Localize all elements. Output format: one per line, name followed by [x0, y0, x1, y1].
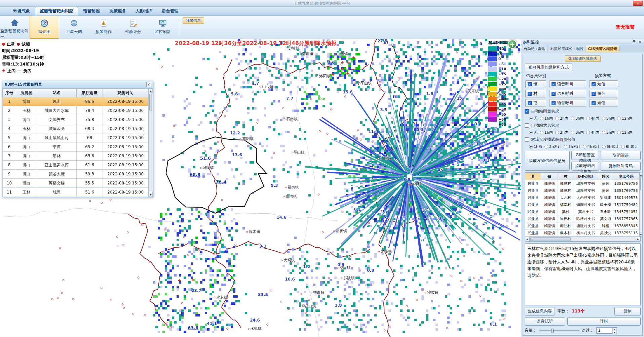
radio-option[interactable]: 6h累计	[621, 144, 638, 149]
slider-thumb[interactable]	[551, 329, 554, 333]
voice-call-button[interactable]: ✓语音呼叫	[549, 90, 586, 97]
menu-item[interactable]: 后台管理	[157, 7, 183, 15]
voice-preview-button[interactable]: 语音试听	[525, 317, 565, 326]
radio-option[interactable]: 4h内	[586, 116, 599, 121]
spin-down-icon[interactable]: ▼	[612, 331, 617, 334]
copy-message-button[interactable]: 复制	[614, 307, 641, 315]
rain-table-row[interactable]: 1博白凤山86.62022-08-19 15:00	[3, 97, 148, 106]
rain-table-row[interactable]: 2玉林城隍大西水库78.42022-08-19 15:00	[3, 106, 148, 115]
members-row[interactable]: 兴业县城隍镇枫木村枫木村支书吴以悦1373755115	[525, 229, 639, 237]
extract-call-members-button[interactable]: 提取呼叫的信息员	[571, 162, 599, 171]
radio-option[interactable]: 3h内	[571, 130, 584, 135]
sms-button[interactable]: ✓短信	[589, 90, 618, 97]
generate-message-button[interactable]: 生成信息内容	[525, 307, 555, 315]
radar-map[interactable]: 2022-08-19 12时36分至2022-08-19 12时46分累积降水预…	[0, 39, 521, 337]
toolbar-button[interactable]: 监测预警靶向叫应	[0, 16, 30, 39]
radio-option[interactable]: 3h内	[571, 116, 584, 121]
members-row[interactable]: 兴业县城隍镇莫村莫村支书覃金乾1345754051	[525, 208, 639, 215]
copy-call-number-button[interactable]: 复制呼叫号码	[601, 162, 641, 171]
panel-close-icon[interactable]: ✕	[638, 40, 642, 44]
menu-item[interactable]: 环境气象	[9, 7, 34, 15]
radio-option[interactable]: 5h内	[602, 130, 615, 135]
sms-button[interactable]: ✓短信	[589, 99, 618, 107]
scroll-up-icon[interactable]: ▲	[149, 88, 153, 93]
scroll-up-icon[interactable]: ▲	[640, 173, 642, 177]
model-rain-checkbox[interactable]	[525, 137, 529, 142]
members-header-cell[interactable]: 姓名	[598, 173, 613, 180]
panel-tab[interactable]: 自动站+雷达	[521, 45, 548, 52]
menu-item[interactable]: 预警预报	[79, 7, 104, 15]
volume-slider[interactable]	[539, 328, 579, 333]
toolbar-button[interactable]: 检验评分	[118, 16, 148, 39]
rain-table-row[interactable]: 3博白文地姜充75.82022-08-19 15:00	[3, 115, 148, 124]
scroll-thumb[interactable]	[149, 94, 152, 111]
rain-table-row[interactable]: 11玉林城隍51.62022-08-19 15:00	[3, 188, 148, 197]
members-row[interactable]: 兴业县城隍镇镇南村镇南村支书谭于模1517759482	[525, 201, 639, 208]
gis-filter-button[interactable]: GIS预警区域筛选	[571, 151, 599, 160]
members-header-cell[interactable]: 职务/地址	[573, 173, 598, 180]
radio-option[interactable]: 5h累计	[602, 144, 619, 149]
radio-option[interactable]: 4h内	[586, 130, 599, 135]
radio-option[interactable]: 2h累计	[544, 144, 561, 149]
toolbar-button[interactable]: 卫星云图	[59, 16, 89, 39]
panel-tab[interactable]: 对流尺度模式+地图	[548, 45, 585, 52]
sms-button[interactable]: ✓短信	[589, 80, 618, 88]
radio-option[interactable]: 1h雨	[529, 144, 542, 149]
scroll-down-icon[interactable]: ▼	[640, 233, 642, 237]
auto-wind-checkbox[interactable]	[525, 123, 529, 128]
radio-option[interactable]: 12h内	[617, 116, 633, 121]
rain-table-row[interactable]: 10博白英桥文黎55.52022-08-19 15:00	[3, 179, 148, 188]
scroll-thumb[interactable]	[640, 177, 641, 191]
extract-sms-members-button[interactable]: 提取发短信的信息员	[525, 151, 570, 171]
members-hscrollbar[interactable]: ◀ ▶	[525, 237, 640, 241]
scroll-down-icon[interactable]: ▼	[149, 192, 153, 197]
radio-option[interactable]: 3h累计	[564, 144, 580, 149]
window-close-button[interactable]: ✕	[633, 1, 643, 6]
members-header-cell[interactable]: 县	[525, 173, 541, 180]
rain-table-row[interactable]: 5博白凤山镇凤山村682022-08-19 15:00	[3, 133, 148, 142]
rain-window-titlebar[interactable]: 03时~15时累积雨量 ✕	[2, 81, 153, 88]
pin-icon[interactable]	[632, 40, 636, 44]
target-call-level-button[interactable]: 靶向叫应的级别和方式	[525, 64, 572, 71]
voice-call-button[interactable]: ✓语音呼叫	[549, 99, 586, 107]
rain-table-row[interactable]: 7博白那林63.62022-08-19 15:00	[3, 152, 148, 161]
radio-option[interactable]: 无	[529, 130, 537, 135]
members-row[interactable]: 兴业县城隍镇城隍村城隍村支书黄铸1351769756	[525, 180, 639, 187]
voice-call-button[interactable]: ✓语音呼叫	[549, 80, 586, 88]
scroll-left-icon[interactable]: ◀	[525, 237, 530, 241]
menu-item[interactable]: 人影指挥	[131, 7, 157, 15]
toolbar-button[interactable]: 预警制作	[89, 16, 118, 39]
rain-table-scrollbar[interactable]: ▲ ▼	[148, 88, 153, 197]
radio-option[interactable]: 12h内	[617, 130, 633, 135]
scroll-thumb[interactable]	[530, 237, 571, 241]
members-row[interactable]: 兴业县城隍镇陈棒村陈棒村支书莫文绍1397757963	[525, 215, 639, 222]
toolbar-button[interactable]: 雷达图	[30, 16, 59, 39]
members-row[interactable]: 兴业县城隍镇城隍村城隍村支书黄铸1351769756	[525, 187, 639, 194]
close-icon[interactable]: ✕	[146, 82, 151, 87]
warning-message-text[interactable]: 玉林市气象台19日5时15分发布暴雨橙色预警信号，4时以来兴业县城隍大西水库已出…	[525, 243, 641, 305]
members-header-cell[interactable]: 电话号码	[613, 173, 639, 180]
radio-option[interactable]: 2h内	[555, 116, 568, 121]
members-row[interactable]: 兴业县城隍镇塘肚村塘肚村支书钟榕1378855345	[525, 222, 639, 229]
rain-table-row[interactable]: 4玉林城隍金党68.32022-08-19 15:00	[3, 124, 148, 133]
radio-option[interactable]: 2h内	[555, 130, 568, 135]
cancel-filter-button[interactable]: 取消筛选	[601, 151, 641, 160]
radio-option[interactable]: 5h内	[602, 116, 615, 121]
radio-option[interactable]: 1h内	[540, 116, 553, 121]
spin-up-icon[interactable]: ▲	[612, 328, 617, 331]
radio-option[interactable]: 无	[529, 116, 537, 121]
rain-table-row[interactable]: 9博白顿谷大塘59.32022-08-19 15:00	[3, 170, 148, 179]
level-name-button[interactable]: ✓村	[525, 90, 546, 97]
members-header-cell[interactable]: 村	[558, 173, 573, 180]
auto-rain-checkbox[interactable]: ✓	[525, 109, 529, 114]
level-name-button[interactable]: ✓镇	[525, 80, 546, 88]
members-header-cell[interactable]: 镇	[541, 173, 558, 180]
rain-table-row[interactable]: 6博白宁潭65.22022-08-19 15:00	[3, 142, 148, 152]
call-button[interactable]: 呼叫	[567, 317, 641, 326]
radio-option[interactable]: 1h内	[540, 130, 553, 135]
menu-item[interactable]: 决策服务	[105, 7, 130, 15]
level-name-button[interactable]: ✓屯	[525, 99, 546, 107]
members-row[interactable]: 兴业县城隍镇大西村大西村支书梁泽建1301449575	[525, 194, 639, 201]
scroll-right-icon[interactable]: ▶	[636, 237, 640, 241]
panel-tab[interactable]: GIS预警区域筛选	[585, 45, 620, 52]
